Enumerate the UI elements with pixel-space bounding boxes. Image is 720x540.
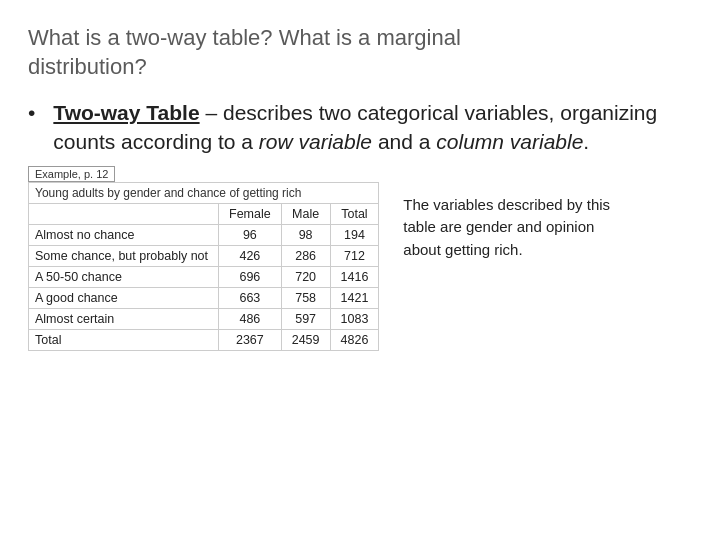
table-cell: 663 — [219, 287, 282, 308]
table-cell: 758 — [281, 287, 330, 308]
table-header-row: Female Male Total — [29, 203, 379, 224]
content-row: Example, p. 12 Young adults by gender an… — [28, 164, 692, 351]
table-row: Some chance, but probably not426286712 — [29, 245, 379, 266]
page-container: What is a two-way table? What is a margi… — [0, 0, 720, 371]
table-row-label: Almost no chance — [29, 224, 219, 245]
table-row: A 50-50 chance6967201416 — [29, 266, 379, 287]
col-header-female: Female — [219, 203, 282, 224]
table-cell: 696 — [219, 266, 282, 287]
table-cell: 1421 — [330, 287, 379, 308]
title-line2: distribution? — [28, 54, 147, 79]
bullet-point: • Two-way Table – describes two categori… — [28, 99, 692, 156]
table-cell: 96 — [219, 224, 282, 245]
table-cell: 2459 — [281, 329, 330, 350]
table-cell: 1083 — [330, 308, 379, 329]
bullet-dot: • — [28, 101, 35, 125]
col-header-male: Male — [281, 203, 330, 224]
table-cell: 2367 — [219, 329, 282, 350]
table-cell: 194 — [330, 224, 379, 245]
table-cell: 1416 — [330, 266, 379, 287]
column-variable-term: column variable — [436, 130, 583, 153]
table-row-label: Some chance, but probably not — [29, 245, 219, 266]
table-row: A good chance6637581421 — [29, 287, 379, 308]
col-header-total: Total — [330, 203, 379, 224]
table-row-label: A 50-50 chance — [29, 266, 219, 287]
table-row-label: A good chance — [29, 287, 219, 308]
table-cell: 712 — [330, 245, 379, 266]
title-line1: What is a two-way table? What is a margi… — [28, 25, 461, 50]
example-label: Example, p. 12 — [28, 166, 115, 182]
table-cell: 486 — [219, 308, 282, 329]
data-table: Young adults by gender and chance of get… — [28, 182, 379, 351]
bullet-and: and a — [372, 130, 436, 153]
table-cell: 4826 — [330, 329, 379, 350]
table-cell: 597 — [281, 308, 330, 329]
table-cell: 720 — [281, 266, 330, 287]
table-row-label: Almost certain — [29, 308, 219, 329]
table-row: Almost no chance9698194 — [29, 224, 379, 245]
table-cell: 286 — [281, 245, 330, 266]
table-wrapper: Example, p. 12 Young adults by gender an… — [28, 164, 379, 351]
bullet-period: . — [583, 130, 589, 153]
side-text: The variables described by this table ar… — [403, 194, 613, 262]
table-row: Almost certain4865971083 — [29, 308, 379, 329]
page-title: What is a two-way table? What is a margi… — [28, 24, 692, 81]
table-caption: Young adults by gender and chance of get… — [28, 182, 379, 203]
table-cell: 98 — [281, 224, 330, 245]
two-way-table-term: Two-way Table — [53, 101, 199, 124]
table-row-label: Total — [29, 329, 219, 350]
col-header-empty — [29, 203, 219, 224]
row-variable-term: row variable — [259, 130, 372, 153]
bullet-text: Two-way Table – describes two categorica… — [53, 99, 692, 156]
table-row: Total236724594826 — [29, 329, 379, 350]
table-cell: 426 — [219, 245, 282, 266]
